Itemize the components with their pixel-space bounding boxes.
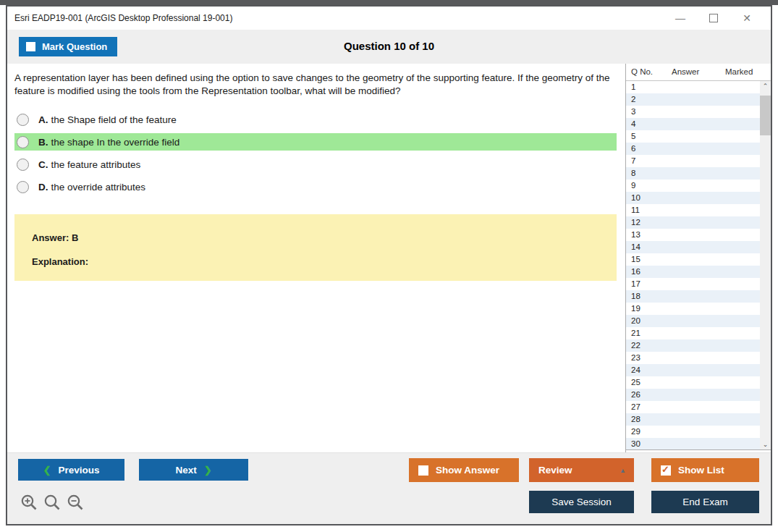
radio-icon[interactable]: [17, 114, 29, 126]
question-list-row[interactable]: 21: [626, 327, 771, 339]
question-list-row[interactable]: 10: [626, 192, 771, 204]
next-button[interactable]: Next ❯: [139, 459, 248, 481]
qno-cell: 18: [626, 290, 667, 303]
qno-cell: 5: [626, 130, 667, 143]
question-list-row[interactable]: 19: [626, 303, 771, 315]
qno-cell: 13: [626, 229, 667, 241]
radio-icon[interactable]: [17, 159, 29, 171]
qno-cell: 24: [626, 364, 667, 376]
minimize-icon: —: [675, 12, 685, 24]
qno-cell: 7: [626, 155, 667, 167]
question-list-row[interactable]: 27: [626, 401, 771, 413]
close-button[interactable]: ✕: [730, 7, 764, 30]
titlebar: Esri EADP19-001 (ArcGIS Desktop Professi…: [7, 7, 771, 30]
question-list-row[interactable]: 14: [626, 241, 771, 253]
qno-cell: 3: [626, 106, 667, 118]
main-content: A representation layer has been defined …: [7, 64, 771, 452]
qno-cell: 17: [626, 278, 667, 290]
question-list-row[interactable]: 24: [626, 364, 771, 376]
qno-cell: 27: [626, 401, 667, 413]
show-list-checkbox-icon: ✓: [661, 465, 671, 476]
question-list-row[interactable]: 25: [626, 376, 771, 389]
question-list-row[interactable]: 22: [626, 339, 771, 352]
question-list-row[interactable]: 7: [626, 155, 771, 167]
answer-cell: [667, 401, 720, 413]
question-list-row[interactable]: 17: [626, 278, 771, 290]
answer-cell: [667, 81, 720, 93]
qno-cell: 11: [626, 204, 667, 216]
question-list-row[interactable]: 29: [626, 426, 771, 438]
answer-cell: [667, 241, 720, 253]
answer-cell: [667, 229, 720, 241]
qno-cell: 2: [626, 93, 667, 106]
show-answer-button[interactable]: Show Answer: [409, 458, 519, 482]
qno-cell: 16: [626, 266, 667, 278]
qno-cell: 30: [626, 438, 667, 450]
option-d[interactable]: D.the override attributes: [14, 178, 617, 195]
question-text: A representation layer has been defined …: [14, 72, 617, 98]
answer-cell: [667, 204, 720, 216]
review-label: Review: [538, 465, 572, 476]
radio-icon[interactable]: [17, 136, 29, 148]
zoom-in-icon[interactable]: [20, 494, 38, 512]
option-letter: C.: [38, 159, 48, 170]
answer-cell: [667, 413, 720, 426]
minimize-button[interactable]: —: [664, 7, 697, 30]
question-list-row[interactable]: 15: [626, 253, 771, 266]
answer-cell: [667, 143, 720, 155]
question-list-row[interactable]: 3: [626, 106, 771, 118]
zoom-reset-icon[interactable]: [43, 494, 62, 512]
answer-cell: [667, 315, 720, 327]
question-list-row[interactable]: 26: [626, 389, 771, 401]
question-list-row[interactable]: 11: [626, 204, 771, 216]
scroll-up-icon[interactable]: ⌃: [760, 81, 771, 92]
qno-cell: 29: [626, 426, 667, 438]
option-b[interactable]: B.the shape In the override field: [14, 133, 617, 151]
radio-icon[interactable]: [17, 181, 29, 193]
qno-cell: 15: [626, 253, 667, 266]
qno-cell: 21: [626, 327, 667, 339]
chevron-right-icon: ❯: [204, 465, 212, 476]
review-button[interactable]: Review ▲: [529, 458, 634, 482]
question-list-row[interactable]: 12: [626, 216, 771, 229]
answer-cell: [667, 130, 720, 143]
question-list-row[interactable]: 16: [626, 266, 771, 278]
question-list-row[interactable]: 5: [626, 130, 771, 143]
end-exam-button[interactable]: End Exam: [651, 491, 759, 513]
option-letter: A.: [38, 114, 48, 125]
scrollbar-thumb[interactable]: [760, 96, 771, 135]
question-list-row[interactable]: 13: [626, 229, 771, 241]
question-list-row[interactable]: 9: [626, 180, 771, 192]
question-list-row[interactable]: 4: [626, 118, 771, 130]
zoom-out-icon[interactable]: [67, 494, 85, 512]
answer-cell: [667, 118, 720, 130]
zoom-toolbar: [20, 494, 85, 512]
answer-cell: [667, 438, 720, 450]
question-list-header: Q No. Answer Marked: [626, 64, 771, 81]
qno-cell: 19: [626, 303, 667, 315]
show-list-button[interactable]: ✓ Show List: [651, 458, 759, 482]
qno-cell: 25: [626, 376, 667, 389]
save-session-button[interactable]: Save Session: [529, 491, 634, 513]
question-list-row[interactable]: 20: [626, 315, 771, 327]
question-list-row[interactable]: 28: [626, 413, 771, 426]
question-list-row[interactable]: 1: [626, 81, 771, 93]
option-a[interactable]: A.the Shape field of the feature: [14, 111, 617, 128]
question-list-row[interactable]: 6: [626, 143, 771, 155]
question-list-row[interactable]: 8: [626, 167, 771, 180]
qno-cell: 22: [626, 339, 667, 352]
question-list-row[interactable]: 18: [626, 290, 771, 303]
question-list-row[interactable]: 2: [626, 93, 771, 106]
previous-button[interactable]: ❮ Previous: [18, 459, 124, 481]
qno-cell: 9: [626, 180, 667, 192]
maximize-button[interactable]: [697, 7, 730, 30]
show-list-label: Show List: [678, 465, 724, 476]
question-list-row[interactable]: 23: [626, 352, 771, 364]
scroll-down-icon[interactable]: ⌄: [760, 439, 771, 450]
window-title: Esri EADP19-001 (ArcGIS Desktop Professi…: [14, 13, 232, 23]
answer-cell: [667, 290, 720, 303]
question-list-row[interactable]: 30: [626, 438, 771, 450]
option-c[interactable]: C.the feature attributes: [14, 156, 617, 173]
question-list-scrollbar[interactable]: ⌃ ⌄: [760, 81, 771, 450]
answer-cell: [667, 364, 720, 376]
